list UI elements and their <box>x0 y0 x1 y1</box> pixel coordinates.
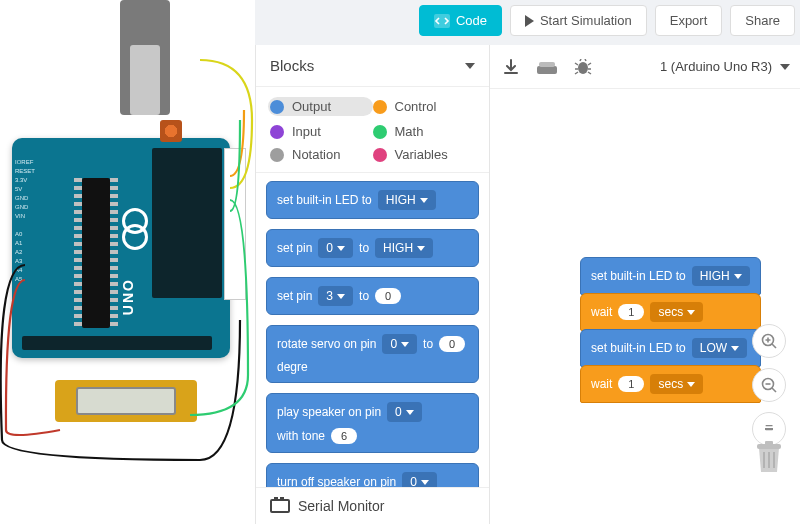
value-slot[interactable]: HIGH <box>375 238 433 258</box>
category-label: Math <box>395 124 424 139</box>
board-select[interactable]: 1 (Arduino Uno R3) <box>660 59 790 74</box>
library-button[interactable] <box>536 58 558 76</box>
category-label: Control <box>395 99 437 114</box>
trash-button[interactable] <box>754 440 784 474</box>
code-workspace: 1 (Arduino Uno R3) set built-in LED to H… <box>490 45 800 524</box>
block-text: set built-in LED to <box>277 193 372 207</box>
number-input[interactable]: 0 <box>375 288 401 304</box>
pin-slot[interactable]: 0 <box>402 472 437 487</box>
svg-text:=: = <box>765 420 773 436</box>
block-categories: Output Control Input Math Notation Varia… <box>256 87 489 172</box>
block-set-pin-high[interactable]: set pin 0 to HIGH <box>266 229 479 267</box>
chevron-down-icon <box>734 274 742 279</box>
category-output[interactable]: Output <box>268 97 373 116</box>
category-input[interactable]: Input <box>270 124 373 139</box>
power-analog-labels: IOREF RESET 3.3V 5V GND GND VIN A0 A1 A2… <box>15 158 35 284</box>
number-input[interactable]: 1 <box>618 376 644 392</box>
usb-cable[interactable] <box>120 0 170 115</box>
atmega-chip <box>82 178 110 328</box>
slot-value: HIGH <box>383 241 413 255</box>
number-input[interactable]: 6 <box>331 428 357 444</box>
value-slot[interactable]: HIGH <box>692 266 750 286</box>
dot-icon <box>373 125 387 139</box>
block-rotate-servo[interactable]: rotate servo on pin 0 to 0 degre <box>266 325 479 383</box>
category-math[interactable]: Math <box>373 124 476 139</box>
download-button[interactable] <box>500 58 522 76</box>
circuit-canvas[interactable]: UNO IOREF RESET 3.3V 5V GND GND VIN A0 A… <box>0 0 255 524</box>
value-slot[interactable]: LOW <box>692 338 747 358</box>
number-input[interactable]: 0 <box>439 336 465 352</box>
block-text: turn off speaker on pin <box>277 475 396 487</box>
zoom-out-button[interactable] <box>752 368 786 402</box>
slot-value: 0 <box>326 241 333 255</box>
svg-rect-8 <box>765 441 773 445</box>
block-play-speaker[interactable]: play speaker on pin 0 with tone 6 <box>266 393 479 453</box>
block-wait[interactable]: wait 1 secs <box>580 293 761 331</box>
block-text: with tone <box>277 429 325 443</box>
block-set-builtin-led[interactable]: set built-in LED to LOW <box>580 329 761 367</box>
slot-value: secs <box>658 305 683 319</box>
unit-slot[interactable]: secs <box>650 302 703 322</box>
block-text: to <box>359 289 369 303</box>
zoom-in-button[interactable] <box>752 324 786 358</box>
chevron-down-icon <box>421 480 429 485</box>
block-turn-off-speaker[interactable]: turn off speaker on pin 0 <box>266 463 479 487</box>
number-input[interactable]: 1 <box>618 304 644 320</box>
block-text: to <box>359 241 369 255</box>
chevron-down-icon <box>417 246 425 251</box>
pin-slot[interactable]: 3 <box>318 286 353 306</box>
input-value: 1 <box>628 378 634 390</box>
chevron-down-icon <box>406 410 414 415</box>
block-text: rotate servo on pin <box>277 337 376 351</box>
debug-button[interactable] <box>572 58 594 76</box>
category-control[interactable]: Control <box>373 97 476 116</box>
pin-slot[interactable]: 0 <box>318 238 353 258</box>
chevron-down-icon <box>420 198 428 203</box>
code-mode-select[interactable]: Blocks <box>256 45 489 87</box>
block-text: set pin <box>277 241 312 255</box>
chevron-down-icon <box>401 342 409 347</box>
block-text: play speaker on pin <box>277 405 381 419</box>
arduino-logo <box>118 208 146 264</box>
category-variables[interactable]: Variables <box>373 147 476 162</box>
dot-icon <box>373 148 387 162</box>
block-wait[interactable]: wait 1 secs <box>580 365 761 403</box>
dot-icon <box>270 125 284 139</box>
input-value: 0 <box>449 338 455 350</box>
category-label: Output <box>292 99 331 114</box>
slot-value: 0 <box>410 475 417 487</box>
unit-slot[interactable]: secs <box>650 374 703 394</box>
block-stack[interactable]: set built-in LED to HIGH wait 1 secs set… <box>580 257 761 401</box>
svg-rect-2 <box>539 62 555 67</box>
start-simulation-button[interactable]: Start Simulation <box>510 5 647 36</box>
input-value: 0 <box>385 290 391 302</box>
serial-monitor-toggle[interactable]: Serial Monitor <box>256 487 489 524</box>
share-button[interactable]: Share <box>730 5 795 36</box>
block-text: degre <box>277 360 308 374</box>
block-set-pin-value[interactable]: set pin 3 to 0 <box>266 277 479 315</box>
input-value: 6 <box>341 430 347 442</box>
slot-value: HIGH <box>700 269 730 283</box>
block-palette[interactable]: set built-in LED to HIGH set pin 0 to HI… <box>256 172 489 487</box>
dot-icon <box>270 148 284 162</box>
reset-button[interactable] <box>160 120 182 142</box>
block-canvas[interactable]: set built-in LED to HIGH wait 1 secs set… <box>490 89 800 524</box>
export-button[interactable]: Export <box>655 5 723 36</box>
chevron-down-icon <box>780 64 790 70</box>
icsp-header <box>22 336 212 350</box>
arduino-board[interactable]: UNO IOREF RESET 3.3V 5V GND GND VIN A0 A… <box>12 138 230 358</box>
chevron-down-icon <box>465 63 475 69</box>
chevron-down-icon <box>731 346 739 351</box>
code-button-label: Code <box>456 13 487 28</box>
pin-slot[interactable]: 0 <box>382 334 417 354</box>
pin-slot[interactable]: 0 <box>387 402 422 422</box>
category-notation[interactable]: Notation <box>270 147 373 162</box>
workspace-toolbar: 1 (Arduino Uno R3) <box>490 45 800 89</box>
board-name: UNO <box>120 278 136 315</box>
lcd-module[interactable] <box>55 380 197 422</box>
block-set-builtin-led[interactable]: set built-in LED to HIGH <box>580 257 761 295</box>
value-slot[interactable]: HIGH <box>378 190 436 210</box>
board-select-label: 1 (Arduino Uno R3) <box>660 59 772 74</box>
block-set-builtin-led[interactable]: set built-in LED to HIGH <box>266 181 479 219</box>
code-button[interactable]: Code <box>419 5 502 36</box>
